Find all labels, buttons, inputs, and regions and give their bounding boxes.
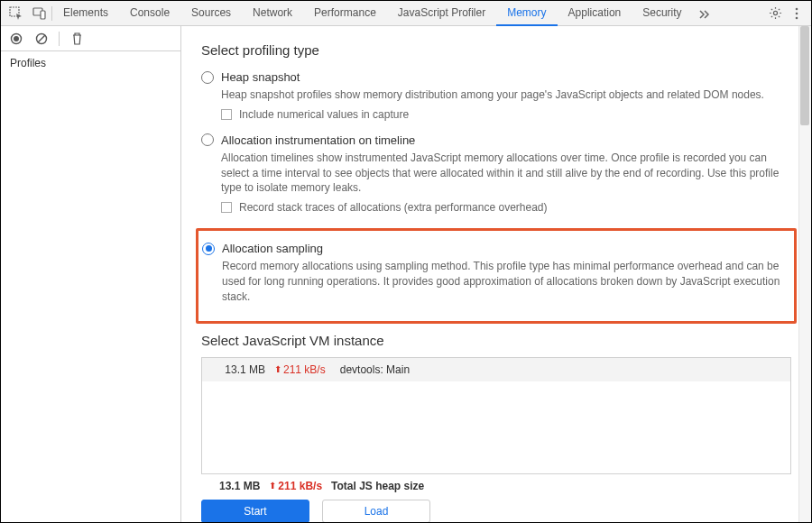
- total-mem: 13.1 MB: [219, 480, 260, 492]
- vm-instance-list: 13.1 MB ⬆ 211 kB/s devtools: Main: [201, 357, 791, 474]
- tab-js-profiler[interactable]: JavaScript Profiler: [387, 1, 496, 26]
- svg-point-3: [773, 11, 777, 14]
- option-desc: Allocation timelines show instrumented J…: [221, 151, 780, 196]
- tab-network[interactable]: Network: [242, 1, 303, 26]
- svg-point-4: [796, 7, 798, 10]
- scrollbar-thumb[interactable]: [800, 26, 809, 125]
- inspect-icon[interactable]: [5, 2, 28, 25]
- svg-point-6: [796, 16, 798, 19]
- vm-rate-value: 211 kB/s: [283, 363, 326, 376]
- sidebar-toolbar: [1, 26, 180, 51]
- scrollbar-track[interactable]: [798, 26, 811, 522]
- kebab-menu-icon[interactable]: [786, 2, 807, 25]
- total-rate: ⬆ 211 kB/s: [269, 480, 322, 492]
- option-desc: Record memory allocations using sampling…: [222, 259, 781, 304]
- action-buttons: Start Load: [201, 500, 791, 522]
- option-title: Allocation sampling: [222, 242, 323, 255]
- option-desc: Heap snapshot profiles show memory distr…: [221, 87, 780, 103]
- svg-rect-2: [41, 11, 45, 19]
- devtools-tab-strip: Elements Console Sources Network Perform…: [1, 1, 811, 26]
- start-button[interactable]: Start: [201, 500, 309, 522]
- radio-allocation-sampling[interactable]: [202, 243, 215, 255]
- separator: [59, 32, 60, 46]
- vm-instance-row[interactable]: 13.1 MB ⬆ 211 kB/s devtools: Main: [202, 358, 790, 381]
- highlighted-option-box: Allocation sampling Record memory alloca…: [196, 228, 797, 323]
- tab-console[interactable]: Console: [119, 1, 180, 26]
- arrow-up-icon: ⬆: [274, 364, 281, 374]
- radio-heap-snapshot[interactable]: [201, 71, 214, 84]
- svg-point-8: [14, 36, 19, 41]
- sidebar-heading: Profiles: [1, 51, 180, 75]
- totals-row: 13.1 MB ⬆ 211 kB/s Total JS heap size: [201, 474, 791, 500]
- delete-icon[interactable]: [69, 31, 85, 47]
- svg-line-10: [38, 35, 45, 42]
- checkbox-label: Record stack traces of allocations (extr…: [239, 201, 548, 214]
- load-button[interactable]: Load: [322, 500, 430, 522]
- option-allocation-timeline: Allocation instrumentation on timeline A…: [201, 130, 791, 223]
- radio-allocation-timeline[interactable]: [201, 133, 214, 146]
- tab-memory[interactable]: Memory: [496, 1, 557, 26]
- option-title: Heap snapshot: [221, 70, 300, 84]
- tab-performance[interactable]: Performance: [303, 1, 387, 26]
- more-tabs-icon[interactable]: [693, 2, 715, 25]
- section-profiling-type-title: Select profiling type: [201, 42, 791, 58]
- vm-mem-size: 13.1 MB: [211, 363, 265, 376]
- option-heap-snapshot: Heap snapshot Heap snapshot profiles sho…: [201, 67, 791, 130]
- tab-application[interactable]: Application: [558, 1, 632, 26]
- device-toggle-icon[interactable]: [28, 2, 51, 25]
- checkbox-label: Include numerical values in capture: [239, 108, 409, 121]
- checkbox-numerical-values[interactable]: [221, 109, 232, 120]
- memory-panel-content: Select profiling type Heap snapshot Heap…: [181, 26, 811, 522]
- profiles-sidebar: Profiles: [1, 26, 181, 522]
- settings-icon[interactable]: [764, 2, 786, 25]
- vm-name: devtools: Main: [340, 363, 410, 376]
- checkbox-stack-traces[interactable]: [221, 202, 232, 213]
- tab-elements[interactable]: Elements: [52, 1, 119, 26]
- clear-icon[interactable]: [33, 31, 50, 47]
- option-allocation-sampling: Allocation sampling Record memory alloca…: [202, 238, 785, 311]
- arrow-up-icon: ⬆: [269, 481, 276, 491]
- record-icon[interactable]: [8, 31, 24, 47]
- tab-security[interactable]: Security: [632, 1, 692, 26]
- total-rate-value: 211 kB/s: [278, 480, 322, 492]
- option-title: Allocation instrumentation on timeline: [221, 133, 415, 147]
- vm-rate: ⬆ 211 kB/s: [274, 363, 326, 376]
- svg-point-5: [796, 12, 798, 14]
- tab-sources[interactable]: Sources: [180, 1, 242, 26]
- section-vm-instance-title: Select JavaScript VM instance: [201, 333, 791, 348]
- total-label: Total JS heap size: [331, 480, 424, 492]
